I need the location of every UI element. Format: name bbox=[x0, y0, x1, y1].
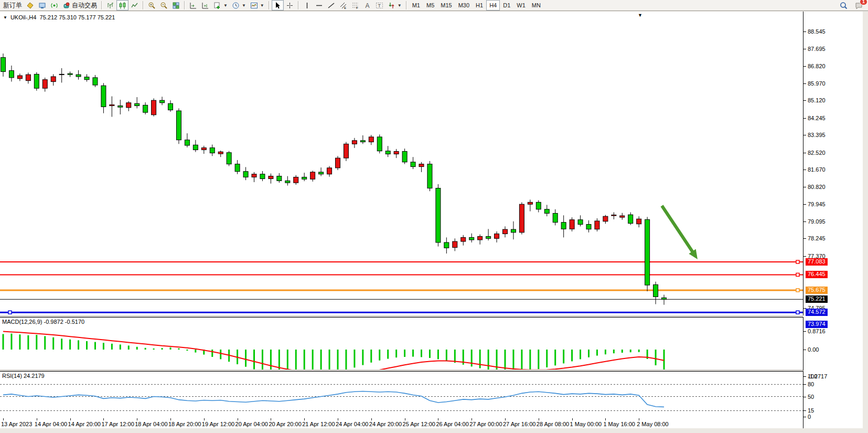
axis-tick-mark bbox=[803, 49, 806, 49]
bar-chart-button[interactable] bbox=[104, 0, 116, 10]
axis-tick-mark bbox=[803, 256, 806, 257]
text-button[interactable]: A bbox=[361, 0, 373, 10]
price-pane[interactable]: ▼ UKOil-,H4 75.212 75.310 75.177 75.221 … bbox=[0, 12, 803, 315]
svg-text:A: A bbox=[365, 2, 369, 9]
time-tick-mark bbox=[70, 418, 71, 420]
time-axis-label: 2 May 08:00 bbox=[637, 421, 669, 427]
time-tick-mark bbox=[371, 418, 372, 420]
time-axis-label: 13 Apr 2023 bbox=[1, 421, 32, 427]
signals-button[interactable] bbox=[48, 0, 60, 10]
time-axis-label: 14 Apr 04:00 bbox=[35, 421, 67, 427]
timeframe-d1[interactable]: D1 bbox=[500, 0, 513, 10]
time-axis-label: 1 May 00:00 bbox=[570, 421, 602, 427]
vertical-line-button[interactable] bbox=[301, 0, 313, 10]
svg-text:E: E bbox=[344, 6, 346, 9]
candle-down bbox=[176, 111, 181, 140]
candlestick-chart bbox=[0, 12, 803, 315]
horizontal-line-button[interactable] bbox=[313, 0, 325, 10]
time-axis-label: 21 Apr 12:00 bbox=[302, 421, 335, 427]
candle-down bbox=[68, 73, 72, 75]
new-order-button-label: 新订单 bbox=[3, 1, 22, 10]
toolbar-separator bbox=[101, 1, 102, 9]
trend-arrow-shaft bbox=[662, 206, 695, 256]
candle-down bbox=[561, 223, 566, 229]
candle-up bbox=[528, 202, 532, 204]
candle-up bbox=[394, 151, 399, 154]
timeframe-m15[interactable]: M15 bbox=[437, 0, 455, 10]
line-chart-icon bbox=[131, 2, 138, 9]
new-chart-button[interactable]: ▼ bbox=[211, 0, 230, 10]
price-axis-label: 100 bbox=[808, 373, 817, 379]
price-axis[interactable]: 88.54587.69586.82085.97085.12084.24583.3… bbox=[803, 12, 863, 428]
periods-button[interactable]: ▼ bbox=[230, 0, 248, 10]
auto-scroll-button[interactable] bbox=[187, 0, 199, 10]
indicators-icon bbox=[250, 2, 258, 9]
price-axis-label: 84.245 bbox=[808, 115, 826, 121]
rsi-pane[interactable]: RSI(14) 24.2179 bbox=[0, 371, 803, 419]
axis-tick-mark bbox=[803, 170, 806, 170]
ticket-icon bbox=[26, 2, 34, 9]
crosshair-button[interactable] bbox=[284, 0, 296, 10]
time-axis-label: 19 Apr 12:00 bbox=[202, 421, 234, 427]
candlestick-icon bbox=[119, 2, 126, 9]
timeframe-h1[interactable]: H1 bbox=[473, 0, 486, 10]
price-badge: 73.974 bbox=[806, 321, 828, 328]
crosshair-icon bbox=[286, 2, 294, 9]
axis-tick-mark bbox=[803, 350, 806, 350]
candlestick-button[interactable] bbox=[116, 0, 128, 10]
zoom-out-button[interactable] bbox=[158, 0, 170, 10]
bar-chart-icon bbox=[106, 2, 114, 9]
arrows-button[interactable]: ▼ bbox=[385, 0, 404, 10]
clock-icon bbox=[232, 2, 240, 9]
toolbar: 新订单自动交易▼▼▼EFAT▼M1M5M15M30H1H4D1W1MN1 bbox=[0, 0, 868, 11]
candle-down bbox=[469, 237, 474, 240]
timeframe-w1[interactable]: W1 bbox=[513, 0, 529, 10]
text-label-button[interactable]: T bbox=[373, 0, 385, 10]
axis-tick-mark bbox=[803, 204, 806, 205]
axis-tick-mark bbox=[803, 410, 806, 411]
time-tick-mark bbox=[103, 418, 104, 420]
cursor-button[interactable] bbox=[272, 0, 284, 10]
time-axis-label: 27 Apr 16:00 bbox=[503, 421, 535, 427]
timeframe-m5[interactable]: M5 bbox=[423, 0, 437, 10]
line-chart-button[interactable] bbox=[128, 0, 141, 10]
time-tick-mark bbox=[37, 418, 37, 420]
candle-up bbox=[17, 76, 22, 79]
macd-pane[interactable]: MACD(12,26,9) -0.9872 -0.5170 bbox=[0, 317, 803, 371]
timeframe-m30[interactable]: M30 bbox=[455, 0, 473, 10]
fibonacci-button[interactable]: F bbox=[349, 0, 361, 10]
candle-down bbox=[135, 103, 140, 105]
channel-button[interactable]: E bbox=[337, 0, 349, 10]
timeframe-m1[interactable]: M1 bbox=[409, 0, 423, 10]
auto-trading-button[interactable]: 自动交易 bbox=[60, 0, 99, 10]
price-axis-label: 0.00 bbox=[808, 346, 819, 353]
timeframe-mn[interactable]: MN bbox=[529, 0, 544, 10]
candle-down bbox=[427, 164, 432, 188]
time-tick-mark bbox=[605, 418, 606, 420]
trendline-button[interactable] bbox=[325, 0, 337, 10]
chevron-down-icon: ▼ bbox=[398, 3, 402, 8]
line-handle bbox=[796, 260, 799, 263]
candle-up bbox=[570, 220, 574, 229]
search-button[interactable] bbox=[838, 0, 850, 10]
axis-tick-mark bbox=[803, 118, 806, 119]
candle-down bbox=[511, 229, 516, 233]
candle-up bbox=[59, 74, 64, 75]
candle-down bbox=[377, 137, 382, 151]
time-axis[interactable]: 13 Apr 202314 Apr 04:0014 Apr 20:0017 Ap… bbox=[0, 418, 803, 428]
price-axis-label: 78.245 bbox=[808, 235, 826, 241]
new-order-button[interactable]: 新订单 bbox=[1, 0, 24, 10]
trendline-icon bbox=[327, 2, 335, 9]
zoom-in-button[interactable] bbox=[146, 0, 158, 10]
chart-shift-button[interactable] bbox=[199, 0, 211, 10]
timeframe-h4[interactable]: H4 bbox=[486, 0, 500, 10]
tile-windows-button[interactable] bbox=[170, 0, 182, 10]
data-window-button[interactable] bbox=[36, 0, 48, 10]
time-axis-label: 1 May 16:00 bbox=[603, 421, 635, 427]
text-label-icon: T bbox=[376, 2, 383, 9]
time-tick-mark bbox=[271, 418, 271, 420]
indicators-button[interactable]: ▼ bbox=[248, 0, 266, 10]
candle-down bbox=[385, 151, 390, 154]
market-watch-button[interactable] bbox=[24, 0, 36, 10]
notifications-button[interactable]: 1 bbox=[853, 0, 865, 10]
